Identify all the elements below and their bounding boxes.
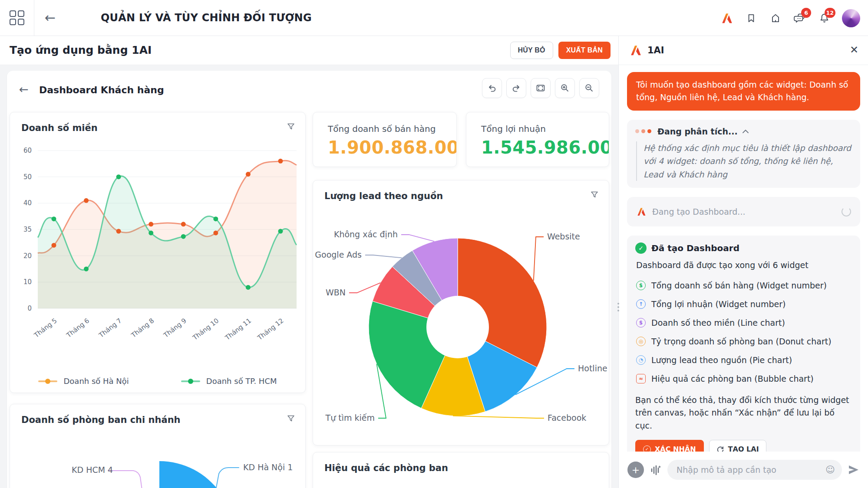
widget-list: $Tổng doanh số bán hàng (Widget number) … bbox=[635, 276, 852, 388]
page-title: QUẢN LÝ VÀ TÙY CHỈNH ĐỐI TƯỢNG bbox=[101, 12, 312, 24]
donut-slice-label: Facebook bbox=[548, 413, 586, 422]
widget-list-item: ↑Tổng lợi nhuận (Widget number) bbox=[635, 295, 852, 313]
app-title: Tạo ứng dụng bằng 1AI bbox=[10, 44, 152, 56]
refresh-icon bbox=[716, 445, 724, 452]
canvas-back-arrow-icon[interactable]: ← bbox=[19, 83, 29, 96]
donut-slice-label: Hotline bbox=[578, 364, 607, 373]
svg-text:20: 20 bbox=[23, 252, 32, 260]
widget-list-label: Doanh số theo miền (Line chart) bbox=[651, 318, 785, 328]
analyzing-card: Đang phân tích... Hệ thống xác định mục … bbox=[627, 120, 860, 188]
widget-list-label: Tỷ trọng doanh số phòng ban (Donut chart… bbox=[651, 337, 832, 346]
svg-text:Tháng 6: Tháng 6 bbox=[65, 317, 91, 339]
home-icon[interactable] bbox=[769, 12, 782, 25]
emoji-icon[interactable]: ☺ bbox=[825, 465, 835, 475]
widget-list-item: ◔Lượng lead theo nguồn (Pie chart) bbox=[635, 350, 852, 369]
widget-list-item: ◎Tỷ trọng doanh số phòng ban (Donut char… bbox=[635, 332, 852, 350]
brand-logo-icon bbox=[636, 206, 647, 217]
app-bar: Tạo ứng dụng bằng 1AI HỦY BỎ XUẤT BẢN bbox=[0, 36, 618, 65]
legend-item[interactable]: Doanh số TP. HCM bbox=[181, 377, 277, 386]
creating-card: Đang tạo Dashboard... bbox=[627, 197, 860, 226]
legend-label: Doanh số Hà Nội bbox=[63, 377, 129, 386]
voice-wave-icon[interactable] bbox=[650, 464, 662, 476]
add-attachment-button[interactable]: + bbox=[627, 462, 644, 478]
analyzing-title: Đang phân tích... bbox=[657, 127, 738, 136]
close-icon[interactable]: ✕ bbox=[850, 45, 858, 55]
pie-slice-label: KD Hà Nội 1 bbox=[243, 462, 293, 472]
widget-title: Doanh số miền bbox=[21, 123, 98, 133]
regenerate-button[interactable]: TẠO LẠI bbox=[709, 440, 766, 452]
widget-list-label: Lượng lead theo nguồn (Pie chart) bbox=[651, 355, 792, 365]
svg-text:50: 50 bbox=[23, 173, 32, 181]
done-note: Bạn có thể kéo thả, thay đổi kích thước … bbox=[635, 394, 852, 432]
message-input-pill[interactable]: ☺ bbox=[667, 460, 842, 480]
dashboard-title: Dashboard Khách hàng bbox=[39, 85, 164, 95]
svg-text:Tháng 8: Tháng 8 bbox=[129, 317, 155, 339]
confirm-button[interactable]: ✓ XÁC NHẬN bbox=[635, 440, 704, 452]
chat-icon[interactable]: 6 bbox=[793, 12, 806, 25]
widget-list-label: Tổng lợi nhuận (Widget number) bbox=[651, 299, 785, 309]
donut-slice-label: Không xác định bbox=[334, 229, 398, 239]
legend-item[interactable]: Doanh số Hà Nội bbox=[38, 377, 129, 386]
panel-resize-handle[interactable] bbox=[616, 298, 620, 316]
dept-pie-widget[interactable]: Doanh số phòng ban chi nhánh KD HCM 4 KD… bbox=[10, 404, 306, 488]
widget-list-item: $Doanh số theo miền (Line chart) bbox=[635, 313, 852, 332]
dollar-circle-icon: $ bbox=[636, 281, 646, 290]
filter-icon[interactable] bbox=[286, 122, 296, 133]
publish-button[interactable]: XUẤT BẢN bbox=[558, 42, 611, 59]
line-chart: 0102035405060Tháng 5Tháng 6Tháng 7Tháng … bbox=[10, 143, 306, 360]
bookmark-icon[interactable] bbox=[745, 12, 758, 25]
bell-icon[interactable]: 12 bbox=[818, 12, 831, 25]
undo-button[interactable] bbox=[482, 78, 502, 98]
line-chart-widget[interactable]: Doanh số miền 0102035405060Tháng 5Tháng … bbox=[10, 112, 306, 393]
svg-text:Tháng 9: Tháng 9 bbox=[162, 317, 188, 339]
avatar[interactable] bbox=[842, 9, 860, 27]
svg-text:Tháng 7: Tháng 7 bbox=[97, 317, 123, 339]
back-arrow-icon[interactable]: ← bbox=[45, 10, 56, 26]
donut-slice-label: Tự tìm kiếm bbox=[325, 413, 375, 422]
widget-title: Doanh số phòng ban chi nhánh bbox=[21, 415, 181, 425]
monitor-chart-icon: ≈ bbox=[636, 374, 646, 383]
metric-value: 1.545.986.000 bbox=[481, 138, 609, 157]
bell-badge: 12 bbox=[825, 8, 835, 18]
metric-value: 1.900.868.000 bbox=[328, 138, 457, 157]
pie-slice-label: KD HCM 4 bbox=[72, 465, 113, 475]
cancel-button[interactable]: HỦY BỎ bbox=[510, 42, 553, 59]
widget-list-item: $Tổng doanh số bán hàng (Widget number) bbox=[635, 276, 852, 295]
donut-slice-label: Website bbox=[547, 232, 580, 241]
total-profit-widget[interactable]: Tổng lợi nhuận 1.545.986.000 bbox=[466, 112, 609, 167]
zoom-in-button[interactable] bbox=[555, 78, 575, 98]
svg-text:10: 10 bbox=[23, 278, 32, 286]
widget-title: Hiệu quả các phòng ban bbox=[324, 463, 448, 473]
user-message-bubble: Tôi muốn tạo dashboard gồm các widget: D… bbox=[627, 72, 860, 111]
donut-chart-widget[interactable]: Lượng lead theo nguồn WebsiteHotlineFace… bbox=[313, 180, 609, 445]
svg-text:Tháng 11: Tháng 11 bbox=[223, 317, 253, 342]
svg-text:Tháng 5: Tháng 5 bbox=[32, 317, 58, 339]
app-grid-icon[interactable] bbox=[10, 10, 24, 25]
creating-status: Đang tạo Dashboard... bbox=[652, 207, 836, 216]
chat-area: Tôi muốn tạo dashboard gồm các widget: D… bbox=[619, 65, 868, 452]
done-title: Đã tạo Dashboard bbox=[651, 243, 739, 253]
bubble-chart-widget[interactable]: Hiệu quả các phòng ban bbox=[313, 452, 609, 488]
total-sales-widget[interactable]: Tổng doanh số bán hàng 1.900.868.000 bbox=[313, 112, 457, 167]
filter-icon[interactable] bbox=[590, 190, 599, 201]
donut-slice-label: Google Ads bbox=[315, 250, 362, 259]
fit-screen-button[interactable] bbox=[531, 78, 551, 98]
filter-icon[interactable] bbox=[286, 414, 296, 425]
chevron-up-icon[interactable] bbox=[742, 129, 749, 134]
zoom-out-button[interactable] bbox=[579, 78, 599, 98]
divider bbox=[34, 0, 34, 36]
message-input[interactable] bbox=[677, 465, 825, 475]
canvas-background: ← Dashboard Khách hàng Doanh số miền bbox=[0, 65, 618, 488]
metric-label: Tổng lợi nhuận bbox=[481, 124, 546, 134]
svg-text:35: 35 bbox=[23, 226, 32, 233]
redo-button[interactable] bbox=[506, 78, 526, 98]
check-icon: ✓ bbox=[643, 445, 651, 452]
svg-text:40: 40 bbox=[23, 199, 32, 207]
legend-marker-icon bbox=[38, 380, 57, 382]
metric-label: Tổng doanh số bán hàng bbox=[328, 124, 436, 134]
dashboard-canvas: ← Dashboard Khách hàng Doanh số miền bbox=[7, 71, 611, 488]
donut-slice-label: WBN bbox=[326, 288, 346, 297]
send-icon[interactable] bbox=[848, 464, 860, 476]
progress-dots-icon bbox=[635, 129, 651, 133]
assistant-panel: 1AI ✕ Tôi muốn tạo dashboard gồm các wid… bbox=[618, 36, 868, 488]
